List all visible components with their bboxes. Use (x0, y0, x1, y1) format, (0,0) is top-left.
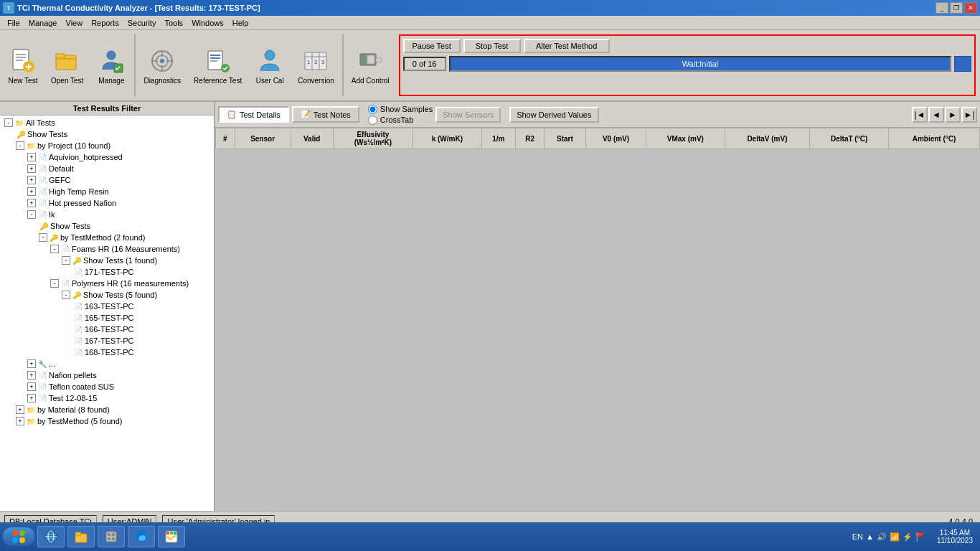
start-button[interactable] (3, 527, 34, 546)
crosstab-option[interactable]: CrossTab (368, 116, 433, 125)
svg-rect-20 (210, 55, 220, 56)
tree-item-by-material[interactable]: + 📁 by Material (8 found) (1, 404, 212, 415)
tray-icon-1: ▲ (866, 532, 874, 541)
expander-gefc[interactable]: + (27, 176, 36, 184)
tree-item-165[interactable]: 📄 165-TEST-PC (1, 312, 212, 324)
tree-item-ellipsis[interactable]: + 🔧 ... (1, 358, 212, 369)
user-cal-button[interactable]: User Cal (248, 32, 291, 99)
tree-item-163[interactable]: 📄 163-TEST-PC (1, 301, 212, 312)
expander-by-material[interactable]: + (16, 405, 24, 414)
tree-item-high-temp-resin[interactable]: + 📄 High Temp Resin (1, 186, 212, 197)
tree-item-168[interactable]: 📄 168-TEST-PC (1, 347, 212, 358)
tree-item-nafion-pellets[interactable]: + 📄 Nafion pellets (1, 369, 212, 381)
tab-test-notes[interactable]: 📝 Test Notes (292, 106, 359, 123)
svg-rect-34 (367, 55, 374, 64)
ellipsis-label: ... (49, 359, 55, 368)
doc-icon-4: 📄 (37, 187, 47, 197)
manage-button[interactable]: Manage (90, 32, 133, 99)
expander-show-tests-foams[interactable]: - (62, 256, 70, 265)
stop-test-button[interactable]: Stop Test (463, 39, 521, 53)
expander-by-project[interactable]: - (16, 141, 24, 150)
show-derived-values-button[interactable]: Show Derived Values (509, 107, 598, 123)
tree-item-by-project[interactable]: - 📁 by Project (10 found) (1, 140, 212, 151)
expander-ellipsis[interactable]: + (27, 359, 36, 368)
folder-icon: 📁 (14, 118, 24, 128)
open-test-button[interactable]: Open Test (44, 32, 90, 99)
tree-item-test-12-08-15[interactable]: + 📄 Test 12-08-15 (1, 392, 212, 404)
test-163-label: 163-TEST-PC (85, 302, 133, 311)
tree-item-171[interactable]: 📄 171-TEST-PC (1, 266, 212, 278)
tree-item-167[interactable]: 📄 167-TEST-PC (1, 335, 212, 347)
expander-nafion-pellets[interactable]: + (27, 371, 36, 380)
test-notes-icon: 📝 (301, 110, 311, 119)
foams-hr-label: Foams HR (16 Measurements) (72, 245, 180, 253)
expander-teflon[interactable]: + (27, 382, 36, 391)
show-tests-ik-label: Show Tests (50, 222, 90, 230)
expander-default[interactable]: + (27, 164, 36, 173)
alter-test-method-button[interactable]: Alter Test Method (524, 39, 610, 53)
expander-all-tests[interactable]: - (4, 118, 13, 127)
expander-by-testmethod-5[interactable]: + (16, 417, 24, 425)
show-samples-option[interactable]: Show Samples (368, 105, 433, 114)
expander-ik[interactable]: - (27, 210, 36, 219)
svg-rect-6 (28, 64, 29, 70)
tree-item-ik[interactable]: - 📄 Ik (1, 209, 212, 220)
tree-item-default[interactable]: + 📄 Default (1, 163, 212, 174)
add-control-button[interactable]: Add Control (345, 32, 396, 99)
menu-view[interactable]: View (62, 17, 88, 29)
minimize-button[interactable]: _ (936, 2, 948, 14)
tree-item-show-tests-polymers[interactable]: - 🔑 Show Tests (5 found) (1, 289, 212, 301)
pause-test-button[interactable]: Pause Test (403, 39, 461, 53)
tree-item-show-tests-ik[interactable]: 🔑 Show Tests (1, 220, 212, 232)
tree-item-hot-pressed-nafion[interactable]: + 📄 Hot pressed Nafion (1, 197, 212, 209)
close-button[interactable]: ✕ (964, 2, 977, 14)
expander-hot-pressed-nafion[interactable]: + (27, 199, 36, 207)
svg-rect-9 (57, 58, 75, 60)
reference-test-button[interactable]: Reference Test (187, 32, 248, 99)
expander-show-tests-polymers[interactable]: - (62, 291, 70, 299)
tree-item-teflon-coated-sus[interactable]: + 📄 Teflon coated SUS (1, 381, 212, 392)
conversion-button[interactable]: 1 2 3 Conversion (291, 32, 341, 99)
tree-item-show-tests-1[interactable]: 🔑 Show Tests (1, 128, 212, 140)
tree-item-all-tests[interactable]: - 📁 All Tests (1, 117, 212, 128)
tree-item-show-tests-foams[interactable]: - 🔑 Show Tests (1 found) (1, 255, 212, 266)
tree-item-polymers-hr[interactable]: - 📄 Polymers HR (16 measurements) (1, 278, 212, 289)
menu-reports[interactable]: Reports (87, 17, 123, 29)
nav-next-button[interactable]: ► (945, 107, 961, 123)
nav-prev-button[interactable]: ◄ (928, 107, 944, 123)
taskbar-paint[interactable] (158, 526, 185, 547)
menu-security[interactable]: Security (123, 17, 161, 29)
tree-item-by-testmethod[interactable]: - 🔑 by TestMethod (2 found) (1, 232, 212, 243)
expander-aquivion[interactable]: + (27, 153, 36, 161)
nav-first-button[interactable]: |◄ (912, 107, 928, 123)
restore-button[interactable]: ❐ (950, 2, 963, 14)
taskbar-ie[interactable] (37, 526, 65, 547)
menu-manage[interactable]: Manage (24, 17, 62, 29)
expander-polymers-hr[interactable]: - (50, 279, 59, 288)
taskbar-tools[interactable] (98, 526, 125, 547)
taskbar-edge[interactable] (128, 526, 155, 547)
test-control-progress: 0 of 16 Wait:Initial (403, 56, 971, 72)
nav-last-button[interactable]: ►| (961, 107, 977, 123)
new-test-button[interactable]: New Test (1, 32, 44, 99)
menu-windows[interactable]: Windows (187, 17, 228, 29)
menu-file[interactable]: File (3, 17, 24, 29)
doc-icon-163: 📄 (73, 301, 83, 311)
expander-test-12[interactable]: + (27, 394, 36, 402)
menu-tools[interactable]: Tools (160, 17, 187, 29)
tree-item-aquivion[interactable]: + 📄 Aquivion_hotpressed (1, 151, 212, 163)
new-test-icon (9, 47, 37, 75)
progress-bar: Wait:Initial (449, 56, 951, 72)
tree-item-gefc[interactable]: + 📄 GEFC (1, 174, 212, 186)
menu-help[interactable]: Help (228, 17, 253, 29)
tree-item-foams-hr[interactable]: - 📄 Foams HR (16 Measurements) (1, 243, 212, 255)
tab-test-details[interactable]: 📋 Test Details (218, 106, 289, 123)
tree-item-166[interactable]: 📄 166-TEST-PC (1, 324, 212, 335)
expander-foams-hr[interactable]: - (50, 245, 59, 253)
show-sensors-button[interactable]: Show Sensors (435, 107, 501, 123)
taskbar-explorer[interactable] (67, 526, 95, 547)
diagnostics-button[interactable]: Diagnostics (137, 32, 187, 99)
tree-item-by-testmethod-5[interactable]: + 📁 by TestMethod (5 found) (1, 415, 212, 427)
expander-by-testmethod[interactable]: - (39, 233, 47, 242)
expander-high-temp-resin[interactable]: + (27, 187, 36, 196)
